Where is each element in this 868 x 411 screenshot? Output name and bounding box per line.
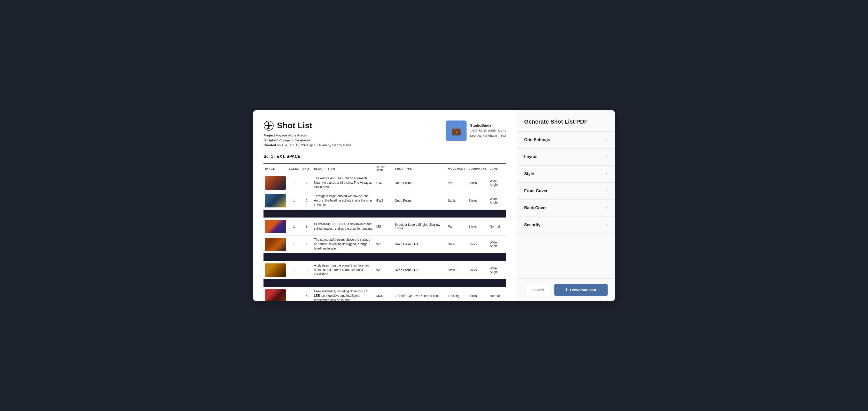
cell-scene: 1 bbox=[287, 261, 301, 279]
script-meta: Script v4 Voyage of the Aurora bbox=[264, 138, 351, 142]
chevron-right-icon: › bbox=[606, 154, 608, 160]
cell-image bbox=[264, 235, 287, 253]
cell-shot-type: 2-Shot / Eye Level / Deep Focus bbox=[393, 287, 446, 301]
table-header-row: IMAGE SCENE SHOT DESCRIPTION SHOT SIZE S… bbox=[264, 163, 506, 174]
panel-section-label: Grid Settings bbox=[524, 138, 550, 142]
cell-scene: 1 bbox=[287, 174, 301, 192]
panel-section-style[interactable]: Style › bbox=[517, 166, 615, 183]
panel-section-front-cover[interactable]: Front Cover › bbox=[517, 183, 615, 200]
panel-section-back-cover[interactable]: Back Cover › bbox=[517, 200, 615, 217]
cell-image bbox=[264, 217, 287, 235]
cell-scene: 1 bbox=[287, 287, 301, 301]
cell-description: The spacecraft hovers above the surface … bbox=[312, 235, 375, 253]
col-description: DESCRIPTION bbox=[312, 163, 375, 174]
title-area: Shot List Project Voyage of the Aurora S… bbox=[264, 121, 351, 148]
setup-bar: End of Setup 2 of 3 — 7:00am bbox=[264, 253, 506, 261]
cell-movement: Static bbox=[446, 235, 467, 253]
svg-point-1 bbox=[268, 124, 270, 127]
cell-equipment: Sticks bbox=[467, 192, 488, 209]
download-label: Download PDF bbox=[570, 288, 597, 292]
panel-section-grid-settings[interactable]: Grid Settings › bbox=[517, 132, 615, 148]
cell-equipment: Sticks bbox=[467, 174, 488, 192]
thumbnail bbox=[265, 264, 286, 277]
briefcase-icon: 💼 bbox=[451, 126, 461, 136]
cell-equipment: Sticks bbox=[467, 287, 488, 301]
col-equipment: EQUIPMENT bbox=[467, 163, 488, 174]
cell-movement: Static bbox=[446, 192, 467, 209]
panel-footer: Cancel ⬇ Download PDF bbox=[517, 278, 615, 301]
thumbnail bbox=[265, 194, 286, 207]
table-row: 1 6 Crew members, including Scientist DR… bbox=[264, 287, 506, 301]
cancel-button[interactable]: Cancel bbox=[524, 284, 551, 296]
right-panel: Generate Shot List PDF Grid Settings › L… bbox=[517, 110, 615, 301]
cell-lens: Wide Angle bbox=[488, 174, 506, 192]
download-icon: ⬇ bbox=[565, 287, 568, 292]
cell-image bbox=[264, 261, 287, 279]
thumbnail bbox=[265, 289, 286, 301]
cell-lens: Normal bbox=[488, 287, 506, 301]
table-row: End of Setup 1 of 3 — 7:00am bbox=[264, 209, 506, 217]
cell-shot: 6 bbox=[301, 287, 313, 301]
col-shot-size: SHOT SIZE bbox=[375, 163, 394, 174]
cell-scene: 1 bbox=[287, 192, 301, 209]
panel-section-layout[interactable]: Layout › bbox=[517, 148, 615, 166]
cell-equipment: Sticks bbox=[467, 261, 488, 279]
cell-movement: Pan bbox=[446, 217, 467, 235]
download-pdf-button[interactable]: ⬇ Download PDF bbox=[554, 284, 608, 296]
col-shot: SHOT bbox=[301, 163, 313, 174]
panel-section-label: Security bbox=[524, 222, 540, 227]
col-image: IMAGE bbox=[264, 163, 287, 174]
thumbnail bbox=[265, 238, 286, 251]
table-row: End of Setup 2 of 3 — 7:00am bbox=[264, 253, 506, 261]
cell-shot-type: Deep Focus bbox=[393, 174, 446, 192]
cell-lens: Normal bbox=[488, 217, 506, 235]
chevron-right-icon: › bbox=[606, 222, 608, 228]
cell-image bbox=[264, 287, 287, 301]
cell-shot-size: WS bbox=[375, 235, 394, 253]
cell-image bbox=[264, 192, 287, 209]
cell-shot-size: MCU bbox=[375, 287, 394, 301]
cell-description: Through a large, curved window on The Au… bbox=[312, 192, 375, 209]
cell-image bbox=[264, 174, 287, 192]
cell-description: Crew members, including Scientist DR. LE… bbox=[312, 287, 375, 301]
table-row: 1 4 The spacecraft hovers above the surf… bbox=[264, 235, 506, 253]
cell-shot-size: EWS bbox=[375, 174, 394, 192]
cell-description: A city rises from the planet's surface, … bbox=[312, 261, 375, 279]
panel-section-label: Back Cover bbox=[524, 206, 547, 210]
cell-shot-type: Deep Focus / HA bbox=[393, 235, 446, 253]
col-scene: SCENE bbox=[287, 163, 301, 174]
cell-shot-size: MS bbox=[375, 217, 394, 235]
chevron-right-icon: › bbox=[606, 189, 608, 194]
chevron-right-icon: › bbox=[606, 171, 608, 177]
cell-movement: Pan bbox=[446, 174, 467, 192]
cell-shot: 5 bbox=[301, 261, 313, 279]
cell-shot: 1 bbox=[301, 174, 313, 192]
cell-equipment: Sticks bbox=[467, 235, 488, 253]
cell-shot-type: Deep Focus / HA bbox=[393, 261, 446, 279]
cell-description: COMMANDER ELENA, a determined and skille… bbox=[312, 217, 375, 235]
table-row: 1 3 COMMANDER ELENA, a determined and sk… bbox=[264, 217, 506, 235]
cell-lens: Wide Angle bbox=[488, 235, 506, 253]
table-row: 1 1 The Aurora and The Horizon approach.… bbox=[264, 174, 506, 192]
panel-section-label: Front Cover bbox=[524, 189, 548, 193]
setup-bar: End of Setup 3 of 3 — 7:00am bbox=[264, 279, 506, 287]
panel-title: Generate Shot List PDF bbox=[524, 118, 608, 125]
col-shot-type: SHOT TYPE bbox=[393, 163, 446, 174]
col-lens: LENS bbox=[488, 163, 506, 174]
cell-description: The Aurora and The Horizon approach. Nea… bbox=[312, 174, 375, 192]
cell-shot: 3 bbox=[301, 217, 313, 235]
cell-shot: 2 bbox=[301, 192, 313, 209]
company-info: StudioBinder 1411 5th St #406, Santa Mon… bbox=[470, 123, 506, 139]
cell-shot: 4 bbox=[301, 235, 313, 253]
project-meta: Project Voyage of the Aurora bbox=[264, 133, 351, 137]
cell-movement: Tracking bbox=[446, 287, 467, 301]
cell-scene: 1 bbox=[287, 235, 301, 253]
shot-table: IMAGE SCENE SHOT DESCRIPTION SHOT SIZE S… bbox=[264, 163, 506, 301]
cell-shot-type: Deep Focus bbox=[393, 192, 446, 209]
panel-section-security[interactable]: Security › bbox=[517, 217, 615, 234]
cell-scene: 1 bbox=[287, 217, 301, 235]
main-content: Shot List Project Voyage of the Aurora S… bbox=[253, 110, 517, 301]
company-logo: 💼 bbox=[446, 121, 467, 141]
cell-lens: Wide Angle bbox=[488, 261, 506, 279]
studiobinder-logo-icon bbox=[264, 121, 274, 131]
